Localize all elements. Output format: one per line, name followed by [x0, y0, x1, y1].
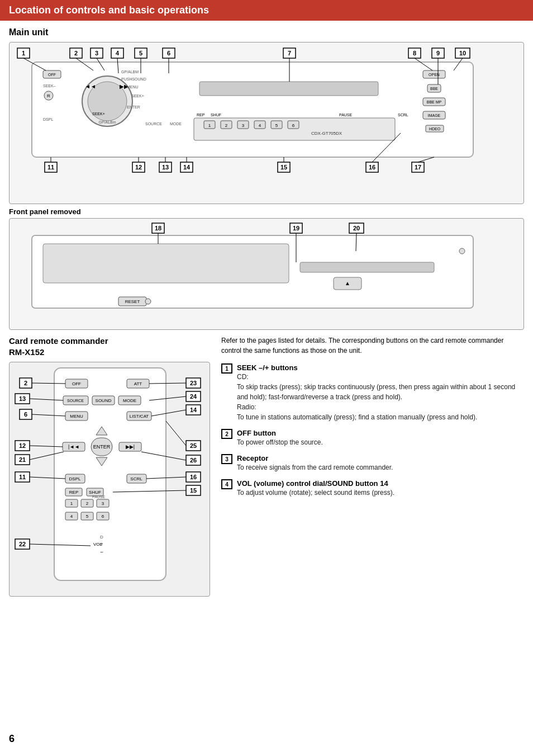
svg-text:OFF: OFF	[48, 73, 56, 77]
svg-text:6: 6	[292, 123, 295, 128]
svg-text:17: 17	[415, 164, 421, 171]
svg-text:4: 4	[116, 50, 120, 56]
svg-text:PAUSE: PAUSE	[92, 495, 106, 499]
svg-text:SCRL: SCRL	[398, 113, 408, 117]
desc-body-4: To adjust volume (rotate); select sound …	[237, 488, 524, 498]
svg-text:3: 3	[102, 501, 104, 506]
svg-text:◄◄: ◄◄	[85, 83, 96, 89]
svg-text:14: 14	[190, 407, 197, 413]
remote-diagram: OFF ATT SOURCE SOUND MODE MENU LIST/CA	[9, 362, 210, 597]
svg-text:HDEO: HDEO	[429, 127, 441, 131]
svg-text:REP: REP	[197, 113, 205, 117]
svg-text:BBE MP: BBE MP	[427, 100, 442, 104]
svg-text:16: 16	[369, 164, 375, 171]
svg-text:13: 13	[162, 164, 169, 171]
main-unit-title: Main unit	[9, 27, 524, 37]
desc-title-4: VOL (volume) control dial/SOUND button 1…	[237, 479, 524, 488]
svg-text:3: 3	[95, 50, 98, 56]
desc-body-3: To receive signals from the card remote …	[237, 462, 524, 472]
desc-body-1: CD: To skip tracks (press); skip tracks …	[237, 372, 524, 422]
desc-num-2: 2	[221, 429, 232, 439]
svg-line-99	[418, 157, 434, 162]
svg-text:24: 24	[190, 393, 197, 400]
header-title: Location of controls and basic operation…	[9, 4, 209, 16]
svg-text:16: 16	[190, 474, 197, 480]
svg-text:9: 9	[436, 50, 440, 56]
svg-text:ENTER: ENTER	[93, 444, 111, 450]
svg-text:13: 13	[19, 395, 26, 402]
svg-text:5: 5	[86, 514, 89, 519]
desc-content-4: VOL (volume) control dial/SOUND button 1…	[237, 479, 524, 498]
svg-text:4: 4	[70, 514, 73, 519]
svg-text:SOURCE: SOURCE	[145, 122, 162, 126]
desc-item-3: 3 Receptor To receive signals from the c…	[221, 454, 524, 472]
desc-content-2: OFF button To power off/stop the source.	[237, 429, 524, 447]
svg-rect-107	[43, 244, 289, 283]
svg-text:23: 23	[190, 380, 197, 386]
svg-text:1: 1	[22, 50, 25, 56]
desc-item-2: 2 OFF button To power off/stop the sourc…	[221, 429, 524, 447]
svg-text:GP/ALBm: GP/ALBm	[98, 120, 116, 124]
svg-text:SEEK+: SEEK+	[92, 112, 105, 116]
desc-content-3: Receptor To receive signals from the car…	[237, 454, 524, 472]
svg-text:15: 15	[280, 164, 287, 171]
svg-text:MENU: MENU	[70, 414, 83, 419]
svg-text:SHUF: SHUF	[211, 113, 221, 117]
svg-text:OFF: OFF	[72, 381, 81, 386]
svg-text:26: 26	[190, 457, 197, 464]
front-panel-label: Front panel removed	[9, 207, 524, 216]
svg-text:11: 11	[19, 474, 26, 480]
svg-text:BBE: BBE	[430, 87, 438, 91]
svg-text:1: 1	[70, 501, 73, 506]
desc-item-4: 4 VOL (volume) control dial/SOUND button…	[221, 479, 524, 498]
svg-text:18: 18	[155, 225, 161, 231]
svg-text:REP: REP	[69, 490, 78, 495]
desc-content-1: SEEK –/+ buttons CD: To skip tracks (pre…	[237, 363, 524, 422]
svg-text:25: 25	[190, 442, 197, 449]
desc-num-3: 3	[221, 454, 232, 464]
svg-text:VOL: VOL	[93, 542, 103, 547]
svg-text:ATT: ATT	[134, 381, 142, 386]
svg-text:12: 12	[19, 442, 26, 449]
svg-rect-56	[199, 82, 378, 96]
svg-text:SEEK–: SEEK–	[43, 84, 56, 88]
svg-text:–: –	[100, 549, 103, 555]
svg-text:MODE: MODE	[170, 122, 182, 126]
svg-line-198	[166, 421, 186, 446]
svg-text:2: 2	[74, 50, 78, 56]
svg-text:20: 20	[353, 225, 360, 231]
svg-text:PUSHSOUND: PUSHSOUND	[121, 77, 146, 81]
page-header: Location of controls and basic operation…	[0, 0, 533, 21]
svg-text:▲: ▲	[345, 280, 350, 286]
page-number: 6	[9, 733, 15, 745]
svg-text:6: 6	[102, 514, 104, 519]
svg-text:22: 22	[19, 541, 26, 547]
svg-text:6: 6	[24, 411, 27, 418]
svg-text:DSPL: DSPL	[69, 476, 81, 481]
remote-title: Card remote commander RM-X152	[9, 336, 210, 357]
desc-title-1: SEEK –/+ buttons	[237, 363, 524, 372]
svg-point-114	[459, 248, 465, 254]
svg-text:R: R	[47, 93, 50, 98]
svg-rect-108	[300, 262, 434, 272]
svg-text:10: 10	[459, 50, 466, 56]
svg-text:LIST/CAT: LIST/CAT	[130, 414, 149, 419]
main-unit-svg: 1 2 3 4 5 6 7 8	[9, 42, 524, 205]
svg-text:ENTER: ENTER	[127, 105, 140, 109]
svg-point-113	[145, 299, 151, 304]
svg-text:21: 21	[19, 456, 26, 463]
svg-text:PAUSE: PAUSE	[339, 113, 353, 117]
main-unit-diagram: 1 2 3 4 5 6 7 8	[9, 42, 524, 204]
desc-title-2: OFF button	[237, 429, 524, 437]
remote-svg: OFF ATT SOURCE SOUND MODE MENU LIST/CA	[9, 362, 210, 597]
svg-text:D: D	[100, 535, 103, 540]
svg-text:IMAGE: IMAGE	[428, 114, 441, 117]
svg-text:RESET: RESET	[125, 299, 140, 304]
svg-text:4: 4	[259, 123, 261, 128]
svg-text:2: 2	[86, 501, 89, 506]
svg-text:5: 5	[275, 123, 278, 128]
svg-text:SEEK+: SEEK+	[131, 94, 144, 98]
svg-text:MENU: MENU	[127, 85, 139, 89]
svg-text:12: 12	[135, 164, 142, 171]
svg-text:6: 6	[167, 50, 170, 56]
